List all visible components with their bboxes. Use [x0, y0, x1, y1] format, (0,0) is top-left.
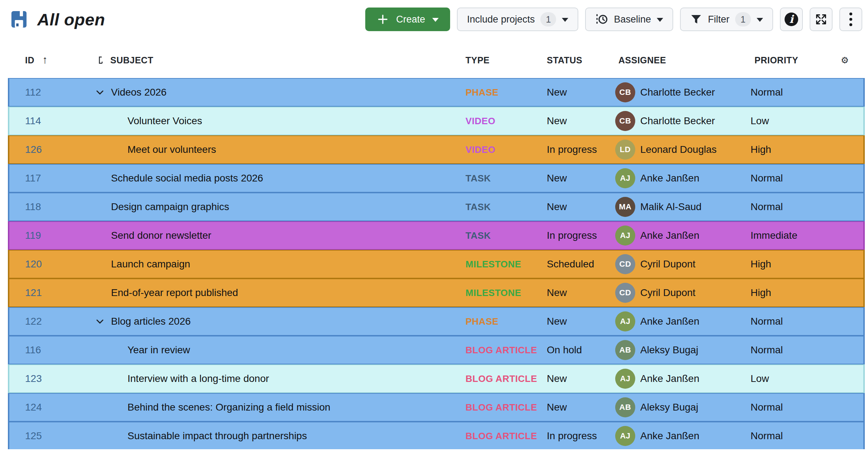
work-package-priority[interactable]: Low	[751, 365, 769, 392]
work-package-subject[interactable]: Interview with a long-time donor	[127, 365, 269, 392]
work-package-subject[interactable]: End-of-year report published	[111, 279, 238, 306]
table-row[interactable]: 125Sustainable impact through partnershi…	[8, 422, 865, 449]
work-package-type[interactable]: VIDEO	[466, 136, 495, 163]
work-package-assignee[interactable]: CBCharlotte Becker	[615, 107, 715, 135]
work-package-status[interactable]: New	[547, 279, 567, 306]
work-package-priority[interactable]: Normal	[751, 336, 783, 364]
column-header-assignee[interactable]: ASSIGNEE	[618, 49, 666, 71]
work-package-id-link[interactable]: 122	[25, 308, 42, 335]
table-row[interactable]: 126Meet our volunteersVIDEOIn progressLD…	[8, 135, 865, 164]
work-package-status[interactable]: On hold	[547, 336, 582, 364]
work-package-priority[interactable]: Normal	[751, 165, 783, 192]
assignee-name[interactable]: Anke Janßen	[640, 373, 699, 384]
info-button[interactable]: i	[780, 8, 803, 31]
work-package-subject[interactable]: Blog articles 2026	[111, 308, 191, 335]
work-package-priority[interactable]: Low	[751, 107, 769, 135]
work-package-id-link[interactable]: 118	[25, 193, 41, 220]
work-package-status[interactable]: New	[547, 193, 567, 220]
baseline-button[interactable]: Baseline	[585, 8, 673, 31]
column-header-status[interactable]: STATUS	[547, 49, 582, 71]
work-package-priority[interactable]: Immediate	[751, 222, 797, 249]
work-package-status[interactable]: In progress	[547, 422, 597, 449]
work-package-assignee[interactable]: LDLeonard Douglas	[615, 136, 717, 163]
table-settings-button[interactable]: ⚙	[841, 49, 849, 71]
work-package-id-link[interactable]: 112	[25, 79, 41, 106]
work-package-type[interactable]: PHASE	[466, 79, 498, 106]
work-package-type[interactable]: MILESTONE	[466, 279, 521, 306]
work-package-type[interactable]: BLOG ARTICLE	[466, 336, 537, 364]
work-package-type[interactable]: BLOG ARTICLE	[466, 365, 537, 392]
work-package-priority[interactable]: Normal	[751, 308, 783, 335]
work-package-subject[interactable]: Behind the scenes: Organizing a field mi…	[127, 394, 331, 421]
work-package-id-link[interactable]: 117	[25, 165, 41, 192]
work-package-assignee[interactable]: MAMalik Al-Saud	[615, 193, 701, 220]
work-package-assignee[interactable]: CDCyril Dupont	[615, 251, 695, 278]
work-package-type[interactable]: TASK	[466, 193, 491, 220]
work-package-assignee[interactable]: CBCharlotte Becker	[615, 79, 715, 106]
work-package-type[interactable]: BLOG ARTICLE	[466, 422, 537, 449]
work-package-assignee[interactable]: CDCyril Dupont	[615, 279, 695, 306]
filter-button[interactable]: Filter 1	[680, 8, 773, 31]
work-package-status[interactable]: New	[547, 308, 567, 335]
work-package-priority[interactable]: Normal	[751, 79, 783, 106]
work-package-priority[interactable]: High	[751, 136, 771, 163]
table-row[interactable]: 123Interview with a long-time donorBLOG …	[8, 364, 865, 393]
table-row[interactable]: 122Blog articles 2026PHASENewAJAnke Janß…	[8, 307, 865, 336]
work-package-type[interactable]: VIDEO	[466, 107, 495, 135]
work-package-id-link[interactable]: 123	[25, 365, 42, 392]
table-row[interactable]: 114Volunteer VoicesVIDEONewCBCharlotte B…	[8, 107, 865, 135]
work-package-status[interactable]: In progress	[547, 222, 597, 249]
work-package-priority[interactable]: High	[751, 279, 771, 306]
assignee-name[interactable]: Cyril Dupont	[640, 258, 695, 270]
include-projects-button[interactable]: Include projects 1	[457, 8, 578, 31]
work-package-subject[interactable]: Meet our volunteers	[127, 136, 216, 163]
column-header-id[interactable]: ID ↑	[25, 49, 48, 71]
work-package-status[interactable]: New	[547, 79, 567, 106]
table-row[interactable]: 118Design campaign graphicsTASKNewMAMali…	[8, 193, 865, 221]
assignee-name[interactable]: Leonard Douglas	[640, 144, 717, 155]
work-package-subject[interactable]: Videos 2026	[111, 79, 167, 106]
work-package-status[interactable]: New	[547, 107, 567, 135]
work-package-assignee[interactable]: ABAleksy Bugaj	[615, 336, 698, 364]
work-package-type[interactable]: PHASE	[466, 308, 498, 335]
assignee-name[interactable]: Anke Janßen	[640, 316, 699, 327]
table-row[interactable]: 120Launch campaignMILESTONEScheduledCDCy…	[8, 250, 865, 278]
work-package-assignee[interactable]: ABAleksy Bugaj	[615, 394, 698, 421]
column-header-subject[interactable]: SUBJECT	[97, 49, 153, 71]
collapse-hierarchy-button[interactable]	[95, 308, 105, 335]
assignee-name[interactable]: Anke Janßen	[640, 173, 699, 184]
work-package-subject[interactable]: Volunteer Voices	[127, 107, 202, 135]
work-package-priority[interactable]: High	[751, 251, 771, 278]
work-package-id-link[interactable]: 120	[25, 251, 42, 278]
work-package-status[interactable]: New	[547, 394, 567, 421]
work-package-id-link[interactable]: 119	[25, 222, 41, 249]
assignee-name[interactable]: Malik Al-Saud	[640, 201, 701, 213]
assignee-name[interactable]: Charlotte Becker	[640, 87, 715, 98]
work-package-subject[interactable]: Design campaign graphics	[111, 193, 229, 220]
collapse-hierarchy-button[interactable]	[95, 79, 105, 106]
fullscreen-button[interactable]	[810, 8, 833, 31]
assignee-name[interactable]: Anke Janßen	[640, 230, 699, 241]
work-package-id-link[interactable]: 114	[25, 107, 41, 135]
work-package-type[interactable]: MILESTONE	[466, 251, 521, 278]
assignee-name[interactable]: Cyril Dupont	[640, 287, 695, 299]
assignee-name[interactable]: Anke Janßen	[640, 430, 699, 442]
work-package-status[interactable]: Scheduled	[547, 251, 594, 278]
work-package-id-link[interactable]: 126	[25, 136, 42, 163]
work-package-subject[interactable]: Year in review	[127, 336, 190, 364]
work-package-assignee[interactable]: AJAnke Janßen	[615, 308, 699, 335]
assignee-name[interactable]: Aleksy Bugaj	[640, 344, 698, 356]
work-package-subject[interactable]: Send donor newsletter	[111, 222, 211, 249]
work-package-status[interactable]: In progress	[547, 136, 597, 163]
work-package-status[interactable]: New	[547, 365, 567, 392]
table-row[interactable]: 124Behind the scenes: Organizing a field…	[8, 393, 865, 422]
work-package-assignee[interactable]: AJAnke Janßen	[615, 165, 699, 192]
work-package-assignee[interactable]: AJAnke Janßen	[615, 365, 699, 392]
work-package-subject[interactable]: Launch campaign	[111, 251, 190, 278]
work-package-id-link[interactable]: 125	[25, 422, 42, 449]
column-header-priority[interactable]: PRIORITY	[754, 49, 798, 71]
column-header-type[interactable]: TYPE	[466, 49, 490, 71]
work-package-priority[interactable]: Normal	[751, 422, 783, 449]
more-options-button[interactable]	[839, 8, 862, 31]
work-package-assignee[interactable]: AJAnke Janßen	[615, 422, 699, 449]
